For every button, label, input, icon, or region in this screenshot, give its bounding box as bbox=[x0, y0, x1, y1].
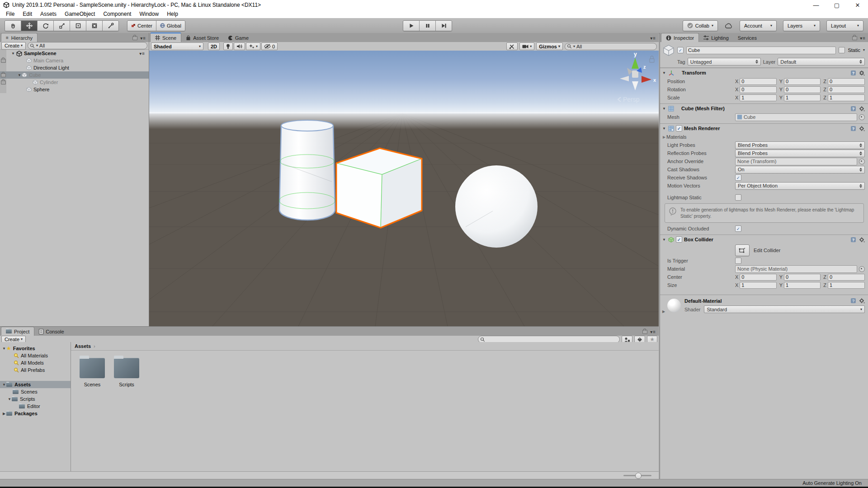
account-button[interactable]: Account▾ bbox=[740, 20, 777, 31]
lighting-toggle-button[interactable] bbox=[223, 42, 233, 50]
material-preview-sphere[interactable] bbox=[667, 299, 681, 312]
folder-tile-scripts[interactable]: Scripts bbox=[111, 358, 142, 387]
foldout-icon[interactable]: ▼ bbox=[2, 383, 6, 387]
tab-console[interactable]: Console bbox=[34, 327, 68, 336]
box-collider-header[interactable]: ▼ ✓ Box Collider ? bbox=[660, 235, 868, 244]
position-z-field[interactable]: 0 bbox=[828, 78, 865, 85]
center-x-field[interactable]: 0 bbox=[740, 274, 776, 281]
size-z-field[interactable]: 1 bbox=[828, 282, 865, 289]
scale-x-field[interactable]: 1 bbox=[740, 94, 776, 101]
tab-lighting[interactable]: Lighting bbox=[699, 33, 733, 42]
minimize-button[interactable]: — bbox=[806, 0, 826, 10]
foldout-icon[interactable]: ▶ bbox=[661, 310, 666, 314]
hierarchy-item-main-camera[interactable]: Main Camera bbox=[0, 57, 149, 64]
rotation-y-field[interactable]: 0 bbox=[784, 86, 821, 93]
close-button[interactable]: ✕ bbox=[847, 0, 868, 10]
foldout-icon[interactable]: ▼ bbox=[2, 347, 6, 351]
tab-services[interactable]: Services bbox=[733, 33, 761, 42]
thumbnail-size-slider[interactable] bbox=[0, 471, 659, 479]
tab-hierarchy[interactable]: ≡ Hierarchy bbox=[1, 33, 38, 42]
gizmos-dropdown-button[interactable]: Gizmos▾ bbox=[536, 42, 563, 50]
foldout-icon[interactable]: ▼ bbox=[662, 238, 666, 242]
shading-mode-dropdown[interactable]: Shaded▾ bbox=[151, 42, 203, 50]
transform-component-header[interactable]: ▼ Transform ? bbox=[660, 68, 868, 77]
menu-help[interactable]: Help bbox=[163, 10, 182, 18]
pivot-toggle-button[interactable]: Center bbox=[127, 21, 156, 31]
scene-search-input[interactable]: ▾ All bbox=[565, 43, 657, 50]
size-x-field[interactable]: 1 bbox=[740, 282, 776, 289]
panel-menu-icon[interactable]: ▾≡ bbox=[650, 329, 656, 334]
active-checkbox[interactable]: ✓ bbox=[677, 47, 684, 53]
is-trigger-checkbox[interactable] bbox=[735, 258, 741, 264]
favorites-root[interactable]: ▼ ★ Favorites bbox=[0, 345, 71, 352]
hierarchy-item-cube[interactable]: ▼ Cube bbox=[0, 71, 149, 79]
gear-icon[interactable] bbox=[859, 298, 865, 304]
help-icon[interactable]: ? bbox=[850, 126, 856, 131]
2d-toggle-button[interactable]: 2D bbox=[208, 42, 220, 50]
tab-inspector[interactable]: Inspector bbox=[661, 33, 699, 42]
tree-scenes-folder[interactable]: Scenes bbox=[0, 388, 71, 395]
menu-window[interactable]: Window bbox=[135, 10, 163, 18]
foldout-icon[interactable]: ▼ bbox=[11, 52, 15, 56]
custom-tool-button[interactable] bbox=[103, 21, 118, 31]
gear-icon[interactable] bbox=[859, 237, 865, 243]
physic-material-field[interactable]: None (Physic Material) bbox=[735, 265, 857, 273]
rotate-tool-button[interactable] bbox=[38, 21, 54, 31]
menu-edit[interactable]: Edit bbox=[19, 10, 36, 18]
hierarchy-item-cylinder[interactable]: Cylinder bbox=[0, 79, 149, 86]
center-z-field[interactable]: 0 bbox=[828, 274, 865, 281]
audio-toggle-button[interactable] bbox=[234, 42, 245, 50]
hand-tool-button[interactable] bbox=[5, 21, 21, 31]
layer-dropdown[interactable]: Default bbox=[778, 58, 865, 66]
static-checkbox[interactable] bbox=[839, 47, 845, 53]
favorites-all-prefabs[interactable]: All Prefabs bbox=[0, 366, 71, 374]
panel-lock-icon[interactable] bbox=[852, 36, 857, 40]
hierarchy-item-sphere[interactable]: Sphere bbox=[0, 86, 149, 93]
mesh-filter-header[interactable]: ▼ Cube (Mesh Filter) ? bbox=[660, 103, 868, 113]
scale-y-field[interactable]: 1 bbox=[784, 94, 821, 101]
effects-dropdown-button[interactable]: ▾ bbox=[246, 42, 260, 50]
scale-z-field[interactable]: 1 bbox=[828, 94, 865, 101]
breadcrumb-assets[interactable]: Assets bbox=[75, 343, 91, 349]
gameobject-name-field[interactable]: Cube bbox=[686, 47, 836, 54]
sphere-object[interactable] bbox=[455, 165, 538, 248]
scene-viewport[interactable]: y z x Persp bbox=[149, 51, 659, 326]
panel-menu-icon[interactable]: ▾≡ bbox=[140, 36, 146, 41]
receive-shadows-checkbox[interactable]: ✓ bbox=[735, 174, 741, 181]
foldout-icon[interactable]: ▼ bbox=[17, 73, 22, 77]
scene-options-icon[interactable]: ▾≡ bbox=[139, 51, 145, 56]
move-tool-button[interactable] bbox=[21, 21, 38, 31]
panel-menu-icon[interactable]: ▾≡ bbox=[860, 36, 866, 41]
help-icon[interactable]: ? bbox=[850, 298, 856, 304]
maximize-button[interactable]: ▢ bbox=[826, 0, 847, 10]
foldout-icon[interactable]: ▼ bbox=[662, 127, 666, 131]
dynamic-occluded-checkbox[interactable]: ✓ bbox=[735, 225, 741, 232]
lightmap-static-checkbox[interactable] bbox=[735, 194, 741, 201]
tag-dropdown[interactable]: Untagged bbox=[688, 58, 761, 66]
layout-button[interactable]: Layout▾ bbox=[826, 20, 863, 31]
cube-object[interactable] bbox=[336, 148, 422, 228]
center-y-field[interactable]: 0 bbox=[784, 274, 821, 281]
favorites-all-models[interactable]: All Models bbox=[0, 359, 71, 366]
rotation-z-field[interactable]: 0 bbox=[828, 86, 865, 93]
play-button[interactable] bbox=[403, 21, 420, 31]
hierarchy-item-directional-light[interactable]: Directional Light bbox=[0, 64, 149, 71]
slider-thumb[interactable] bbox=[635, 473, 642, 479]
mesh-object-field[interactable]: Cube bbox=[735, 113, 857, 121]
tree-packages-root[interactable]: ▶ Packages bbox=[0, 410, 71, 417]
menu-assets[interactable]: Assets bbox=[36, 10, 61, 18]
tree-scripts-folder[interactable]: ▼ Scripts bbox=[0, 395, 71, 403]
reflection-probes-dropdown[interactable]: Blend Probes bbox=[735, 150, 865, 157]
position-x-field[interactable]: 0 bbox=[740, 78, 776, 85]
menu-file[interactable]: File bbox=[2, 10, 19, 18]
static-dropdown-icon[interactable]: ▾ bbox=[863, 48, 865, 52]
anchor-override-field[interactable]: None (Transform) bbox=[735, 158, 857, 165]
lighting-status-message[interactable]: Auto Generate Lighting On bbox=[802, 480, 862, 486]
panel-lock-icon[interactable] bbox=[642, 330, 647, 334]
help-icon[interactable]: ? bbox=[850, 106, 856, 112]
rect-tool-button[interactable] bbox=[70, 21, 86, 31]
tab-asset-store[interactable]: Asset Store bbox=[181, 33, 223, 42]
position-y-field[interactable]: 0 bbox=[784, 78, 821, 85]
space-toggle-button[interactable]: Global bbox=[156, 21, 185, 31]
gear-icon[interactable] bbox=[859, 126, 865, 131]
